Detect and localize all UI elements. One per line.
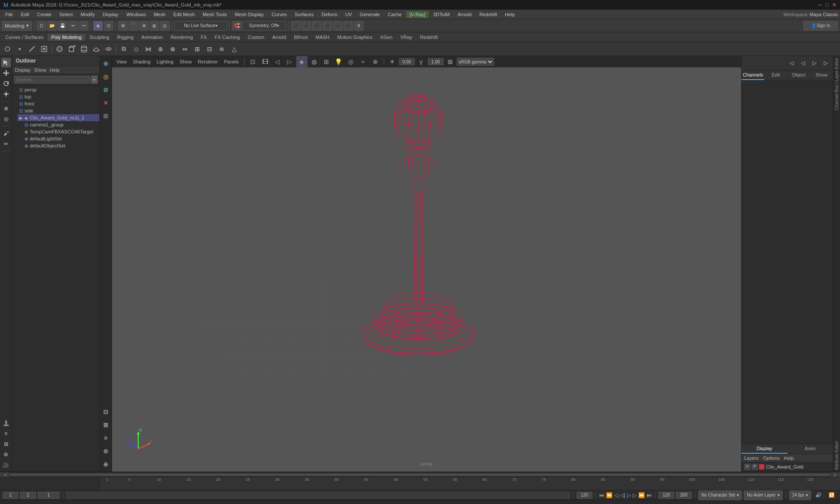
- start-frame-input[interactable]: [3, 492, 18, 499]
- outliner-item-front[interactable]: ⊡ front: [18, 100, 99, 107]
- menu-arnold[interactable]: Arnold: [454, 11, 475, 18]
- snap-view-button[interactable]: ◎: [160, 21, 170, 31]
- merge-icon[interactable]: ⊕: [155, 43, 166, 55]
- viewport-canvas[interactable]: Y X Z persp: [112, 67, 741, 472]
- step-forward-button[interactable]: ▷: [633, 492, 637, 498]
- gamma-value-input[interactable]: [428, 58, 444, 65]
- rp-icon4[interactable]: ▷: [820, 57, 831, 69]
- snap-curve-button[interactable]: ⌒: [129, 21, 138, 31]
- menu-help[interactable]: Help: [501, 11, 518, 18]
- menu-generate[interactable]: Generate: [356, 11, 383, 18]
- outliner-item-persp[interactable]: ⊡ persp: [18, 86, 99, 93]
- menu-3dtoall[interactable]: 3DToAll: [430, 11, 453, 18]
- timeline-track[interactable]: 1 5 10 15 20 25 30 35 40 45 50 55 60 65 …: [100, 477, 840, 490]
- outliner-item-top[interactable]: ⊡ top: [18, 93, 99, 100]
- layer-playback-button[interactable]: P: [752, 464, 758, 470]
- combine-icon[interactable]: ⊞: [192, 43, 203, 55]
- new-scene-button[interactable]: 🗋: [37, 21, 46, 31]
- bridge-icon[interactable]: ⋈: [143, 43, 154, 55]
- layer-visibility-button[interactable]: V: [744, 464, 750, 470]
- snap-surface-button[interactable]: ◍: [150, 21, 159, 31]
- search-input[interactable]: [14, 76, 90, 84]
- rp-tab-show[interactable]: Show: [810, 70, 833, 80]
- render-icon2[interactable]: ⬛: [301, 21, 311, 31]
- cylinder-icon[interactable]: [78, 43, 90, 55]
- radial-icon1[interactable]: ⊕: [100, 58, 112, 69]
- menu-vray[interactable]: [V-Ray]: [406, 11, 429, 18]
- render-icon4[interactable]: ⬛: [322, 21, 332, 31]
- lasso-button[interactable]: ⊡: [104, 21, 113, 31]
- vp-menu-lighting[interactable]: Lighting: [154, 58, 176, 65]
- render-settings-icon[interactable]: 🎥: [1, 460, 11, 470]
- tab-fx[interactable]: FX: [197, 34, 210, 41]
- universal-manip-tool[interactable]: ⊕: [1, 104, 11, 113]
- vp-wireframe-icon[interactable]: ◈: [296, 56, 308, 67]
- vp-exposure-icon[interactable]: ☀: [387, 56, 398, 67]
- vp-menu-panels[interactable]: Panels: [221, 58, 242, 65]
- soft-select-tool[interactable]: ◎: [1, 114, 11, 124]
- prev-frame-button[interactable]: ⏪: [606, 492, 612, 498]
- menu-redshift[interactable]: Redshift: [476, 11, 500, 18]
- menu-modify[interactable]: Modify: [77, 11, 98, 18]
- edge-mode-icon[interactable]: [26, 43, 38, 55]
- max-frame-input[interactable]: [676, 492, 692, 499]
- timeline-area[interactable]: 1 5 10 15 20 25 30 35 40 45 50 55 60 65 …: [0, 477, 840, 490]
- select-tool-button[interactable]: ◈: [93, 21, 103, 31]
- grid-size-icon[interactable]: ⊟: [100, 406, 112, 417]
- render-icon7[interactable]: ⏸: [354, 21, 364, 31]
- plane-icon[interactable]: [91, 43, 102, 55]
- boolean-icon[interactable]: ⊗: [167, 43, 178, 55]
- menu-surfaces[interactable]: Surfaces: [291, 11, 317, 18]
- go-to-start-button[interactable]: ⏮: [599, 492, 604, 498]
- outliner-menu-display[interactable]: Display: [15, 67, 31, 73]
- tab-custom[interactable]: Custom: [244, 34, 268, 41]
- tab-bifrost[interactable]: Bifrost: [290, 34, 311, 41]
- tab-xgen[interactable]: XGen: [377, 34, 396, 41]
- undo-button[interactable]: ↩: [68, 21, 78, 31]
- outliner-content[interactable]: ⊡ persp ⊡ top ⊡ front ⊡ side ▶ ◈ Cli: [12, 85, 99, 472]
- tab-rigging[interactable]: Rigging: [114, 34, 137, 41]
- mirror-icon[interactable]: ⇔: [179, 43, 191, 55]
- menu-curves[interactable]: Curves: [268, 11, 290, 18]
- snap-icon[interactable]: [1, 418, 11, 428]
- outliner-menu-help[interactable]: Help: [50, 67, 60, 73]
- rp-tab-object[interactable]: Object: [788, 70, 810, 80]
- tool-icon2[interactable]: ⊛: [100, 445, 112, 457]
- outliner-menu-show[interactable]: Show: [34, 67, 46, 73]
- outliner-item-lightset[interactable]: ⊛ defaultLightSet: [23, 135, 99, 142]
- vertex-mode-icon[interactable]: [14, 43, 25, 55]
- open-button[interactable]: 📂: [47, 21, 57, 31]
- outliner-item-tempcam[interactable]: ⊕ TempCamFBXASCO46Target: [23, 128, 99, 135]
- magnet-icon[interactable]: 🧲: [232, 21, 242, 31]
- attr-editor-icon[interactable]: ⊞: [1, 439, 11, 449]
- sign-in-button[interactable]: 👤 Sign In: [803, 21, 838, 31]
- separate-icon[interactable]: ⊟: [204, 43, 215, 55]
- close-button[interactable]: ✕: [832, 2, 836, 8]
- tab-curves-surfaces[interactable]: Curves / Surfaces: [2, 34, 47, 41]
- layers-menu-options[interactable]: Options: [763, 455, 780, 461]
- vp-gamma-icon[interactable]: γ: [416, 56, 427, 67]
- menu-cache[interactable]: Cache: [384, 11, 405, 18]
- vp-menu-view[interactable]: View: [114, 58, 130, 65]
- scale-tool[interactable]: [1, 89, 11, 99]
- play-forward-button[interactable]: ▷: [627, 492, 631, 498]
- tab-vray[interactable]: VRay: [397, 34, 416, 41]
- rp-icon2[interactable]: ◁: [797, 57, 808, 69]
- timeline-scrollbar-thumb[interactable]: [10, 473, 830, 476]
- layers-menu-help[interactable]: Help: [784, 455, 794, 461]
- vp-mo-icon[interactable]: ⊕: [370, 56, 381, 67]
- vp-next-frame-icon[interactable]: ▷: [284, 56, 295, 67]
- cube-icon[interactable]: [66, 43, 77, 55]
- symmetry-button[interactable]: Symmetry: Off ▾: [242, 21, 286, 31]
- radial-icon5[interactable]: ⊞: [100, 110, 112, 122]
- menu-edit-mesh[interactable]: Edit Mesh: [170, 11, 198, 18]
- select-tool[interactable]: [1, 58, 11, 67]
- mode-dropdown[interactable]: Modeling ▾: [2, 21, 32, 31]
- rotate-tool[interactable]: [1, 79, 11, 88]
- tab-arnold[interactable]: Arnold: [269, 34, 290, 41]
- smooth-icon[interactable]: ≋: [216, 43, 228, 55]
- bevel-icon[interactable]: ◇: [130, 43, 142, 55]
- face-mode-icon[interactable]: [38, 43, 50, 55]
- play-back-button[interactable]: ◁|: [620, 492, 625, 498]
- gamma-select[interactable]: sRGB gamma: [457, 58, 494, 66]
